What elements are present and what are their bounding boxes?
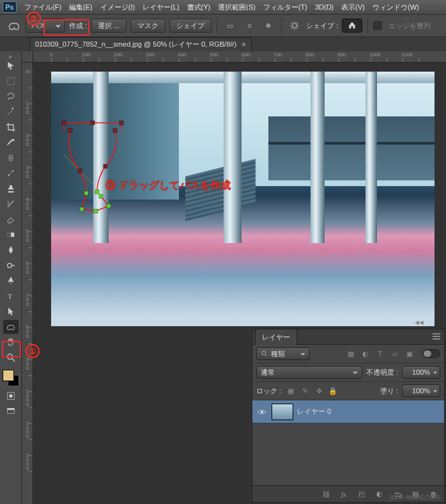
layer-name[interactable]: レイヤー 0 bbox=[297, 407, 331, 416]
layer-fx-icon[interactable]: fx bbox=[338, 489, 350, 500]
tool-mode-dropdown[interactable]: パス bbox=[26, 19, 65, 33]
eyedropper-tool[interactable] bbox=[3, 136, 19, 150]
brush-tool[interactable] bbox=[3, 166, 19, 180]
menu-bar: Ps ファイル(F) 編集(E) イメージ(I) レイヤー(L) 書式(Y) 選… bbox=[0, 0, 446, 14]
menu-edit[interactable]: 編集(E) bbox=[65, 1, 96, 14]
gradient-tool[interactable] bbox=[3, 228, 19, 242]
blur-tool[interactable] bbox=[3, 243, 19, 257]
history-brush-tool[interactable] bbox=[3, 197, 19, 211]
canvas-area[interactable]: 010020030040050060070080090010001100 010… bbox=[22, 51, 446, 504]
trash-icon[interactable]: 🗑 bbox=[427, 489, 439, 500]
search-icon bbox=[261, 350, 268, 358]
path-op-new-icon[interactable]: ▭ bbox=[222, 19, 238, 33]
filter-toggle[interactable] bbox=[422, 349, 440, 358]
blend-mode-dropdown[interactable]: 通常 bbox=[256, 366, 362, 379]
svg-point-7 bbox=[7, 264, 12, 268]
document-tab[interactable]: 010309_0775_7852_n__smed.jpg @ 50% (レイヤー… bbox=[29, 37, 252, 51]
hand-tool[interactable] bbox=[3, 335, 19, 349]
align-edges-checkbox[interactable] bbox=[373, 21, 382, 30]
svg-point-31 bbox=[262, 351, 266, 355]
ruler-horizontal[interactable]: 010020030040050060070080090010001100 bbox=[33, 51, 446, 63]
magic-wand-tool[interactable] bbox=[3, 105, 19, 119]
layer-thumbnail[interactable] bbox=[272, 404, 293, 420]
fill-input[interactable]: 100% bbox=[402, 384, 440, 397]
type-tool[interactable]: T bbox=[3, 289, 19, 303]
svg-line-32 bbox=[266, 355, 268, 357]
custom-shape-picker[interactable] bbox=[342, 19, 362, 33]
screenmode-toggle[interactable] bbox=[3, 404, 19, 418]
group-icon[interactable]: 🗀 bbox=[392, 489, 403, 500]
dodge-tool[interactable] bbox=[3, 258, 19, 272]
make-selection-button[interactable]: 選択 ... bbox=[91, 19, 127, 33]
zoom-tool[interactable] bbox=[3, 350, 19, 365]
opacity-label: 不透明度 : bbox=[366, 368, 398, 377]
tool-mode-value: パス bbox=[31, 21, 45, 31]
path-align-icon[interactable]: ≡ bbox=[242, 19, 257, 33]
ruler-origin[interactable] bbox=[22, 51, 33, 63]
svg-rect-6 bbox=[7, 233, 10, 237]
layers-tab[interactable]: レイヤー bbox=[255, 329, 297, 345]
menu-layer[interactable]: レイヤー(L) bbox=[139, 1, 183, 14]
close-icon[interactable]: × bbox=[242, 40, 246, 49]
link-layers-icon[interactable]: ⛓ bbox=[320, 489, 332, 500]
tool-preset-icon[interactable] bbox=[5, 19, 23, 33]
filter-adjust-icon[interactable]: ◐ bbox=[359, 348, 372, 359]
opacity-input[interactable]: 100% bbox=[402, 366, 440, 379]
menu-image[interactable]: イメージ(I) bbox=[96, 1, 139, 14]
svg-rect-15 bbox=[7, 408, 14, 410]
layers-list[interactable]: レイヤー 0 bbox=[252, 400, 444, 485]
marquee-tool[interactable] bbox=[3, 74, 19, 88]
menu-file[interactable]: ファイル(F) bbox=[20, 1, 65, 14]
gear-icon[interactable] bbox=[287, 19, 302, 33]
crop-tool[interactable] bbox=[3, 120, 19, 134]
move-tool[interactable] bbox=[3, 59, 19, 73]
pen-tool[interactable] bbox=[3, 274, 19, 288]
separator bbox=[367, 18, 368, 33]
filter-type-icon[interactable]: T bbox=[374, 348, 387, 359]
menu-view[interactable]: 表示(V) bbox=[337, 1, 369, 14]
make-mask-button[interactable]: マスク bbox=[130, 19, 165, 33]
custom-shape-tool[interactable] bbox=[3, 320, 19, 334]
adjustment-layer-icon[interactable]: ◐ bbox=[374, 489, 385, 500]
make-shape-button[interactable]: シェイプ bbox=[169, 19, 211, 33]
panel-collapse-icon[interactable]: ◀◀ bbox=[415, 319, 424, 326]
lock-paint-icon[interactable]: ✎ bbox=[299, 386, 311, 396]
separator bbox=[281, 18, 282, 33]
menu-window[interactable]: ウィンドウ(W) bbox=[369, 1, 423, 14]
quickmask-toggle[interactable] bbox=[3, 389, 19, 403]
shape-label: シェイプ : bbox=[306, 21, 338, 31]
stamp-tool[interactable] bbox=[3, 182, 19, 196]
filter-pixel-icon[interactable]: ▦ bbox=[344, 348, 357, 359]
menu-3d[interactable]: 3D(D) bbox=[311, 1, 337, 13]
filter-shape-icon[interactable]: ▱ bbox=[388, 348, 401, 359]
ruler-vertical[interactable]: 0100200300400500600700800900100011001200 bbox=[22, 63, 33, 504]
toolbox-grip[interactable]: ▸ bbox=[3, 54, 19, 59]
document-canvas[interactable] bbox=[51, 72, 434, 326]
separator bbox=[217, 18, 217, 33]
layer-row[interactable]: レイヤー 0 bbox=[252, 400, 444, 423]
eraser-tool[interactable] bbox=[3, 212, 19, 226]
foreground-color[interactable] bbox=[3, 370, 14, 381]
menu-select[interactable]: 選択範囲(S) bbox=[214, 1, 259, 14]
lasso-tool[interactable] bbox=[3, 90, 19, 104]
panel-menu-icon[interactable] bbox=[431, 332, 442, 341]
svg-point-0 bbox=[293, 24, 297, 28]
svg-point-10 bbox=[7, 354, 12, 359]
visibility-icon[interactable] bbox=[256, 406, 268, 418]
svg-line-11 bbox=[12, 359, 15, 361]
lock-position-icon[interactable]: ✥ bbox=[313, 386, 325, 396]
layer-filter-type[interactable]: 種類 bbox=[256, 347, 310, 360]
menu-filter[interactable]: フィルター(T) bbox=[259, 1, 311, 14]
lock-all-icon[interactable]: 🔒 bbox=[327, 386, 339, 396]
document-tab-title: 010309_0775_7852_n__smed.jpg @ 50% (レイヤー… bbox=[35, 40, 236, 49]
healing-tool[interactable] bbox=[3, 151, 19, 165]
color-swatches[interactable] bbox=[3, 370, 19, 386]
lock-pixels-icon[interactable]: ▦ bbox=[285, 386, 296, 396]
path-select-tool[interactable] bbox=[3, 304, 19, 319]
filter-smart-icon[interactable]: ▣ bbox=[403, 348, 416, 359]
svg-rect-1 bbox=[7, 78, 14, 85]
new-layer-icon[interactable]: ▤ bbox=[410, 489, 421, 500]
layer-mask-icon[interactable]: ◰ bbox=[356, 489, 367, 500]
path-arrange-icon[interactable]: ❖ bbox=[261, 19, 276, 33]
menu-type[interactable]: 書式(Y) bbox=[183, 1, 215, 14]
